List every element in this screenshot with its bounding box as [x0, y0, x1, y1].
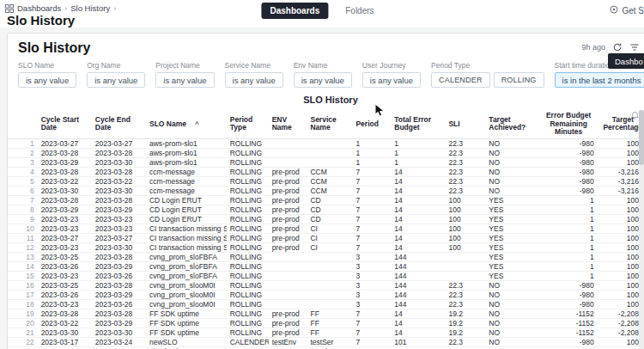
filter-label: Period Type	[431, 61, 544, 70]
table-header-target-achieved-[interactable]: Target Achieved?	[485, 110, 539, 138]
table-cell: -3,216.8	[598, 167, 644, 176]
table-cell: 100.0	[598, 138, 644, 148]
table-cell: aws-prom-slo1	[146, 138, 227, 148]
table-cell: FF SDK uptime	[146, 328, 227, 337]
filter-select-project-name[interactable]: is any value	[155, 72, 214, 88]
table-header-index[interactable]	[8, 110, 38, 138]
table-header-sli[interactable]: SLI	[445, 110, 485, 138]
table-row: 62023-03-302023-03-30ccm-messageROLLINGp…	[8, 186, 644, 195]
get-started-link[interactable]: Get S	[610, 5, 644, 15]
table-cell: 2023-03-29	[92, 318, 146, 328]
refresh-group: 9h ago	[581, 42, 640, 52]
table-cell: pre-prod	[269, 233, 307, 242]
table-cell: 2023-03-27	[92, 233, 146, 242]
table-cell: ROLLING	[227, 290, 269, 299]
table-row: 172023-03-262023-03-29cvng_prom_slooM0IR…	[8, 290, 644, 299]
table-cell	[307, 148, 352, 157]
table-cell: 2023-03-30	[92, 157, 146, 167]
table-cell	[307, 157, 352, 167]
table-cell: 22.3	[445, 167, 485, 176]
table-header-slo-name[interactable]: SLO Name^	[146, 110, 227, 138]
table-cell: 19.2	[445, 328, 485, 337]
table-cell: 2023-03-29	[38, 157, 92, 167]
table-cell: 3	[352, 299, 391, 309]
scrollbar-thumb[interactable]	[639, 110, 644, 165]
row-index-cell: 1	[8, 138, 38, 148]
table-header-total-error-budget[interactable]: Total Error Budget	[391, 110, 445, 138]
table-scrollbar[interactable]	[639, 110, 644, 349]
table-cell: CCM	[307, 167, 352, 176]
table-header-period-type[interactable]: Period Type	[227, 110, 269, 138]
filter-label: Service Name	[225, 61, 283, 70]
refresh-icon[interactable]	[612, 42, 623, 52]
table-cell: 14	[391, 176, 445, 186]
filter-select-service-name[interactable]: is any value	[225, 72, 283, 88]
filter-select-slo-name[interactable]: is any value	[18, 72, 76, 88]
table-cell: 7	[352, 328, 391, 337]
filter-option-calender[interactable]: CALENDER	[431, 72, 490, 88]
table-cell: ROLLING	[227, 233, 269, 242]
table-cell: 1	[352, 148, 391, 157]
row-index-cell: 15	[8, 271, 38, 280]
table-cell: CCM	[307, 176, 352, 186]
filter-menu-icon[interactable]	[629, 42, 640, 52]
table-cell: 100.0	[598, 214, 644, 223]
table-cell: 22.3	[445, 299, 485, 309]
table-cell: NO	[485, 299, 539, 309]
table-cell: 1	[391, 148, 445, 157]
table-header-env-name[interactable]: ENV Name	[269, 110, 307, 138]
table-cell: CCM	[307, 186, 352, 195]
get-started-label: Get S	[622, 6, 644, 15]
table-cell: 14	[391, 195, 445, 205]
table-cell: -1152	[540, 309, 598, 318]
tab-folders[interactable]: Folders	[337, 3, 382, 19]
table-header-cycle-end-date[interactable]: Cycle End Date	[92, 110, 146, 138]
table-header-period[interactable]: Period	[352, 110, 391, 138]
filter-select-env-name[interactable]: is any value	[294, 72, 352, 88]
table-header-error-budget-remaining-minutes[interactable]: Error Budget Remaining Minutes	[540, 110, 598, 138]
table-cell: FF	[307, 328, 352, 337]
table-cell: 144	[391, 261, 445, 271]
breadcrumb-dashboards[interactable]: Dashboards	[17, 3, 61, 13]
table-cell: 100.0	[598, 261, 644, 271]
table-cell: 1	[540, 271, 598, 280]
table-cell: -980	[540, 176, 598, 186]
table-cell: -980	[540, 167, 598, 176]
table-cell: 100.0	[598, 290, 644, 299]
table-cell: -1152	[540, 318, 598, 328]
table-cell	[307, 252, 352, 261]
table-cell: 2023-03-28	[38, 148, 92, 157]
table-cell	[445, 271, 485, 280]
table-cell: 14	[391, 318, 445, 328]
table-cell: ccm-message	[146, 176, 227, 186]
filter-select-user-journey[interactable]: is any value	[362, 72, 421, 88]
table-cell: 1	[391, 157, 445, 167]
filter-select-org-name[interactable]: is any value	[87, 72, 145, 88]
table-row: 42023-03-282023-03-28ccm-messageROLLINGp…	[8, 167, 644, 176]
dashboard-panel: Slo History 9h ago SLO Nameis any valueO…	[7, 33, 644, 349]
topbar: Dashboards › Slo History › Dashboards Fo…	[0, 0, 644, 28]
table-cell: cvng_prom_sloFBFA	[146, 252, 227, 261]
breadcrumb-slo-history[interactable]: Slo History	[70, 3, 110, 13]
table-cell: YES	[485, 271, 539, 280]
table-cell: 14	[391, 309, 445, 318]
breadcrumb-separator-icon: ›	[113, 4, 116, 13]
filter-option-rolling[interactable]: ROLLING	[494, 72, 544, 88]
table-header-cycle-start-date[interactable]: Cycle Start Date	[38, 110, 92, 138]
table-row: 52023-03-222023-03-22ccm-messageROLLINGp…	[8, 176, 644, 186]
table-cell: pre-prod	[269, 318, 307, 328]
table-cell: NO	[485, 290, 539, 299]
table-cell: 22.3	[445, 138, 485, 148]
table-cell: 7	[352, 223, 391, 233]
table-row: 92023-03-232023-03-23CD Login ERUTROLLIN…	[8, 214, 644, 223]
table-cell: 2023-03-28	[38, 309, 92, 318]
table-cell: ROLLING	[227, 299, 269, 309]
table-cell: 2023-03-27	[92, 138, 146, 148]
table-cell: 3	[352, 280, 391, 290]
table-header-service-name[interactable]: Service Name	[307, 110, 352, 138]
dashboards-button[interactable]: Dashbo	[608, 53, 644, 69]
table-cell: pre-prod	[269, 167, 307, 176]
tab-dashboards[interactable]: Dashboards	[261, 3, 328, 19]
filter-select-start-time-duration[interactable]: is in the last 2 months	[555, 72, 644, 88]
table-cell: 2023-03-30	[38, 328, 92, 337]
